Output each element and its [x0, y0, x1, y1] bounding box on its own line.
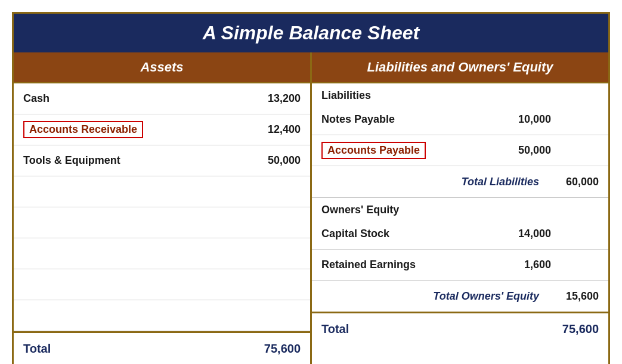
liabilities-total-label: Total	[321, 322, 551, 336]
spacer1	[14, 176, 310, 207]
title-row: A Simple Balance Sheet	[14, 14, 608, 52]
notes-payable-label: Notes Payable	[321, 113, 503, 126]
total-liabilities-value: 60,000	[551, 176, 599, 188]
liabilities-total-row: Total 75,600	[312, 312, 608, 345]
body-row: Cash 13,200 Accounts Receivable 12,400 T…	[14, 82, 608, 364]
page-title: A Simple Balance Sheet	[20, 22, 602, 44]
spacer2	[14, 207, 310, 238]
retained-earnings-value: 1,600	[503, 259, 551, 271]
notes-payable-value: 10,000	[503, 113, 551, 126]
capital-stock-row: Capital Stock 14,000	[312, 219, 608, 250]
accounts-payable-label: Accounts Payable	[321, 142, 503, 159]
assets-panel: Cash 13,200 Accounts Receivable 12,400 T…	[14, 83, 312, 364]
accounts-receivable-highlight: Accounts Receivable	[23, 121, 143, 138]
cash-row: Cash 13,200	[14, 83, 310, 114]
assets-total-row: Total 75,600	[14, 331, 310, 364]
liabilities-panel: Liabilities Notes Payable 10,000 Account…	[312, 83, 608, 364]
retained-earnings-row: Retained Earnings 1,600	[312, 250, 608, 281]
tools-equipment-label: Tools & Equipment	[23, 154, 253, 167]
tools-equipment-row: Tools & Equipment 50,000	[14, 145, 310, 176]
headers-row: Assets Liabilities and Owners' Equity	[14, 52, 608, 82]
spacer4	[14, 269, 310, 300]
owners-equity-section-header: Owners' Equity	[312, 197, 608, 219]
cash-value: 13,200	[253, 92, 301, 105]
spacer3	[14, 238, 310, 269]
assets-total-label: Total	[23, 342, 253, 356]
assets-total-value: 75,600	[253, 342, 301, 356]
tools-equipment-value: 50,000	[253, 154, 301, 167]
accounts-receivable-value: 12,400	[253, 123, 301, 136]
accounts-receivable-label: Accounts Receivable	[23, 121, 253, 138]
total-liabilities-row: Total Liabilities 60,000	[312, 166, 608, 197]
balance-sheet: A Simple Balance Sheet Assets Liabilitie…	[12, 12, 610, 364]
retained-earnings-label: Retained Earnings	[321, 259, 503, 271]
accounts-payable-row: Accounts Payable 50,000	[312, 135, 608, 166]
total-equity-row: Total Owners' Equity 15,600	[312, 281, 608, 312]
capital-stock-value: 14,000	[503, 228, 551, 240]
liabilities-section-header: Liabilities	[312, 83, 608, 104]
cash-label: Cash	[23, 92, 253, 105]
notes-payable-row: Notes Payable 10,000	[312, 104, 608, 135]
assets-header: Assets	[14, 52, 312, 82]
liabilities-header: Liabilities and Owners' Equity	[312, 52, 608, 82]
accounts-payable-value: 50,000	[503, 144, 551, 157]
accounts-payable-highlight: Accounts Payable	[321, 142, 426, 159]
total-liabilities-label: Total Liabilities	[321, 176, 551, 188]
total-equity-value: 15,600	[551, 290, 599, 303]
liabilities-total-value: 75,600	[551, 322, 599, 336]
total-equity-label: Total Owners' Equity	[321, 290, 551, 303]
accounts-receivable-row: Accounts Receivable 12,400	[14, 114, 310, 145]
spacer5	[14, 300, 310, 331]
capital-stock-label: Capital Stock	[321, 228, 503, 240]
